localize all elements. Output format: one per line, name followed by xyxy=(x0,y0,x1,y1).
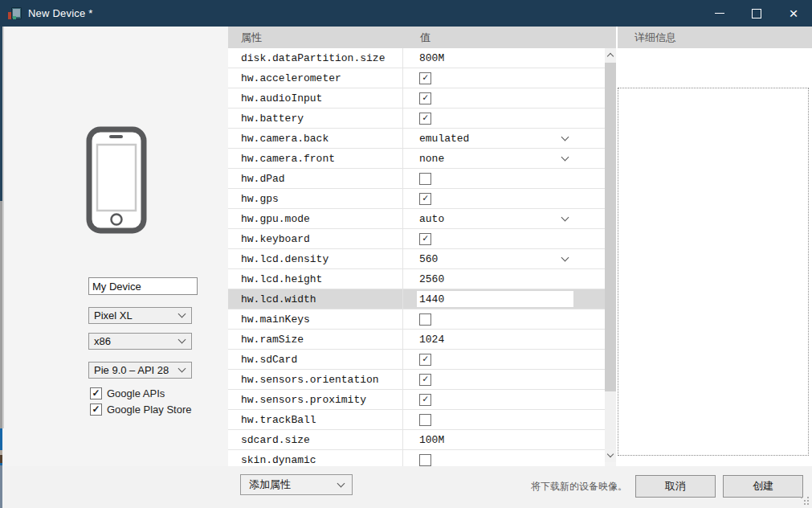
property-name: skin.dynamic xyxy=(228,450,403,466)
table-row[interactable]: hw.keyboard✓ xyxy=(228,229,605,249)
property-value[interactable]: ✓ xyxy=(403,350,605,369)
property-value[interactable]: ✓ xyxy=(403,370,605,389)
google-play-checkbox-row[interactable]: ✓ Google Play Store xyxy=(90,404,192,416)
property-value[interactable]: ✓ xyxy=(403,189,605,208)
table-row[interactable]: hw.lcd.width xyxy=(228,289,605,309)
table-row[interactable]: hw.mainKeys xyxy=(228,309,605,330)
chevron-down-icon xyxy=(561,133,569,141)
property-value[interactable] xyxy=(403,309,605,329)
window-titlebar: New Device * × xyxy=(0,0,812,27)
checkbox-checked[interactable]: ✓ xyxy=(419,72,431,84)
table-row[interactable]: hw.sensors.proximity✓ xyxy=(228,390,605,410)
property-name: hw.dPad xyxy=(228,169,403,188)
property-value[interactable]: auto xyxy=(403,209,605,228)
google-apis-checkbox-row[interactable]: ✓ Google APIs xyxy=(90,387,165,399)
cancel-button[interactable]: 取消 xyxy=(635,475,716,498)
property-value[interactable] xyxy=(403,289,605,309)
checkbox-checked[interactable]: ✓ xyxy=(419,193,431,205)
processor-select[interactable]: x86 xyxy=(88,333,192,350)
property-value[interactable]: 560 xyxy=(403,249,605,268)
checkbox-checked[interactable]: ✓ xyxy=(419,354,431,366)
maximize-button[interactable] xyxy=(738,0,775,27)
add-property-label: 添加属性 xyxy=(249,477,291,492)
property-value: 2560 xyxy=(403,269,605,289)
table-row[interactable]: hw.trackBall xyxy=(228,410,605,430)
os-select[interactable]: Pie 9.0 – API 28 xyxy=(88,362,192,379)
value-edit-input[interactable] xyxy=(417,291,573,307)
property-value[interactable] xyxy=(403,169,605,188)
table-row[interactable]: hw.battery✓ xyxy=(228,109,605,129)
table-row[interactable]: hw.lcd.density560 xyxy=(228,249,605,269)
os-value: Pie 9.0 – API 28 xyxy=(94,364,169,376)
property-value[interactable]: ✓ xyxy=(403,229,605,248)
table-row[interactable]: skin.dynamic xyxy=(228,450,605,466)
property-value[interactable] xyxy=(403,410,605,429)
maximize-icon xyxy=(752,9,761,18)
chevron-down-icon xyxy=(178,336,186,344)
property-value[interactable]: emulated xyxy=(403,129,605,148)
checkbox-checked[interactable]: ✓ xyxy=(419,374,431,386)
property-value: 800M xyxy=(403,48,605,68)
property-name: hw.camera.front xyxy=(228,149,403,168)
column-header-property[interactable]: 属性 xyxy=(228,27,403,48)
property-name: hw.sensors.orientation xyxy=(228,370,403,389)
new-device-dialog: New Device * × 名称: 基本设备: xyxy=(0,0,812,508)
checkbox-unchecked[interactable] xyxy=(419,454,431,466)
checkbox-unchecked[interactable] xyxy=(419,414,431,426)
chevron-down-icon xyxy=(561,214,569,222)
table-row[interactable]: hw.camera.frontnone xyxy=(228,149,605,169)
table-row[interactable]: disk.dataPartition.size800M xyxy=(228,48,605,68)
checkbox-checked[interactable]: ✓ xyxy=(419,233,431,245)
resize-grip[interactable] xyxy=(801,497,809,505)
property-value[interactable]: none xyxy=(403,149,605,168)
chevron-down-icon xyxy=(561,254,569,262)
table-row[interactable]: hw.audioInput✓ xyxy=(228,88,605,109)
table-row[interactable]: hw.accelerometer✓ xyxy=(228,68,605,88)
checkbox-unchecked[interactable] xyxy=(419,313,431,326)
checkbox-unchecked[interactable] xyxy=(419,173,431,185)
google-apis-label: Google APIs xyxy=(107,387,165,399)
table-row[interactable]: hw.dPad xyxy=(228,169,605,189)
checkbox-checked[interactable]: ✓ xyxy=(419,92,431,104)
property-value[interactable] xyxy=(403,450,605,466)
minimize-icon xyxy=(715,13,724,14)
table-scrollbar[interactable] xyxy=(605,48,616,462)
table-row[interactable]: hw.ramSize1024 xyxy=(228,330,605,350)
table-row[interactable]: hw.lcd.height2560 xyxy=(228,269,605,289)
table-row[interactable]: hw.camera.backemulated xyxy=(228,129,605,149)
scroll-down-button[interactable] xyxy=(605,449,616,462)
chevron-down-icon xyxy=(178,365,186,373)
checkbox-checked[interactable]: ✓ xyxy=(419,113,431,125)
scrollbar-thumb[interactable] xyxy=(605,63,616,391)
property-name: hw.sdCard xyxy=(228,350,403,369)
device-name-input[interactable] xyxy=(88,277,198,295)
property-name: disk.dataPartition.size xyxy=(228,48,403,68)
close-button[interactable]: × xyxy=(775,0,812,27)
checkbox-checked[interactable]: ✓ xyxy=(90,387,102,399)
base-device-select[interactable]: Pixel XL xyxy=(88,307,192,324)
property-name: hw.trackBall xyxy=(228,410,403,429)
property-name: sdcard.size xyxy=(228,430,403,449)
table-row[interactable]: hw.gpu.modeauto xyxy=(228,209,605,229)
checkbox-checked[interactable]: ✓ xyxy=(419,394,431,406)
property-value[interactable]: ✓ xyxy=(403,390,605,409)
property-value[interactable]: ✓ xyxy=(403,109,605,128)
property-name: hw.gps xyxy=(228,189,403,208)
table-row[interactable]: hw.sdCard✓ xyxy=(228,350,605,370)
minimize-button[interactable] xyxy=(701,0,738,27)
property-value[interactable]: ✓ xyxy=(403,88,605,108)
add-property-select[interactable]: 添加属性 xyxy=(240,474,353,495)
scroll-up-button[interactable] xyxy=(605,48,616,62)
property-name: hw.keyboard xyxy=(228,229,403,248)
details-header: 详细信息 xyxy=(618,27,812,48)
table-row[interactable]: hw.sensors.orientation✓ xyxy=(228,370,605,390)
footer-bar: 添加属性 将下载新的设备映像。 取消 创建 xyxy=(4,466,812,508)
create-button[interactable]: 创建 xyxy=(723,475,803,498)
column-header-value[interactable]: 值 xyxy=(404,27,616,48)
table-row[interactable]: sdcard.size100M xyxy=(228,430,605,450)
property-value[interactable]: ✓ xyxy=(403,68,605,88)
details-drop-area xyxy=(618,88,809,456)
property-name: hw.ramSize xyxy=(228,330,403,349)
checkbox-checked[interactable]: ✓ xyxy=(90,404,102,416)
table-row[interactable]: hw.gps✓ xyxy=(228,189,605,209)
